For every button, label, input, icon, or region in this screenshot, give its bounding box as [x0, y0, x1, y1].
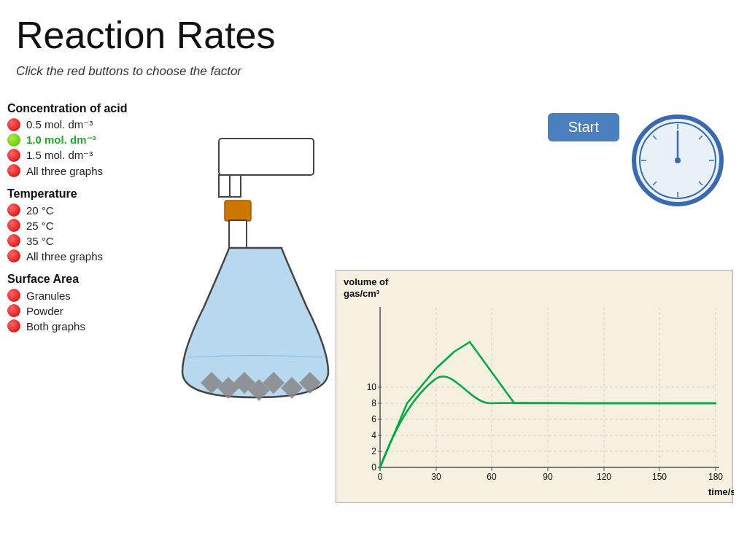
svg-text:30: 30 — [431, 472, 441, 482]
page-title: Reaction Rates — [16, 13, 276, 57]
svg-rect-16 — [229, 220, 247, 249]
option-label-conc-10: 1.0 mol. dm⁻³ — [26, 133, 96, 147]
radio-surf-both[interactable] — [7, 319, 20, 332]
option-label-conc-15: 1.5 mol. dm⁻³ — [26, 149, 93, 162]
svg-text:gas/cm³: gas/cm³ — [344, 288, 380, 299]
svg-text:2: 2 — [371, 446, 376, 456]
graph-area: volume of gas/cm³ — [336, 270, 733, 503]
surface-label: Surface Area — [7, 273, 182, 286]
radio-temp-25[interactable] — [7, 219, 20, 232]
svg-text:180: 180 — [708, 472, 723, 482]
temperature-label: Temperature — [7, 187, 182, 201]
radio-conc-10[interactable] — [7, 133, 20, 147]
start-button[interactable]: Start — [548, 113, 619, 141]
svg-rect-12 — [219, 139, 314, 175]
option-label-conc-05: 0.5 mol. dm⁻³ — [26, 118, 93, 131]
radio-conc-all[interactable] — [7, 164, 20, 177]
option-surf-gran[interactable]: Granules — [7, 289, 182, 302]
radio-conc-05[interactable] — [7, 118, 20, 131]
svg-text:120: 120 — [597, 472, 611, 482]
svg-rect-15 — [225, 201, 251, 221]
svg-text:150: 150 — [652, 472, 667, 482]
svg-text:8: 8 — [371, 398, 376, 408]
option-label-conc-all: All three graphs — [26, 165, 103, 177]
radio-temp-20[interactable] — [7, 203, 20, 217]
clock-display — [630, 113, 725, 208]
svg-text:0: 0 — [371, 462, 376, 472]
svg-text:60: 60 — [487, 472, 497, 482]
option-temp-all[interactable]: All three graphs — [7, 249, 182, 262]
option-label-surf-gran: Granules — [26, 289, 71, 302]
section-concentration: Concentration of acid 0.5 mol. dm⁻³ 1.0 … — [7, 102, 182, 177]
radio-temp-35[interactable] — [7, 234, 20, 247]
svg-point-11 — [675, 158, 681, 163]
option-label-surf-both: Both graphs — [26, 320, 85, 332]
option-label-temp-all: All three graphs — [26, 250, 103, 262]
svg-text:10: 10 — [367, 382, 377, 392]
subtitle: Click the red buttons to choose the fact… — [16, 64, 241, 79]
section-surface: Surface Area Granules Powder Both graphs — [7, 273, 182, 332]
option-conc-all[interactable]: All three graphs — [7, 164, 182, 177]
radio-conc-15[interactable] — [7, 149, 20, 162]
svg-text:volume of: volume of — [344, 276, 389, 287]
option-conc-10[interactable]: 1.0 mol. dm⁻³ — [7, 133, 182, 147]
radio-surf-gran[interactable] — [7, 289, 20, 302]
svg-text:6: 6 — [371, 414, 376, 424]
option-label-surf-pow: Powder — [26, 305, 63, 317]
option-temp-20[interactable]: 20 °C — [7, 203, 182, 217]
svg-text:0: 0 — [378, 472, 383, 482]
option-surf-both[interactable]: Both graphs — [7, 319, 182, 332]
svg-text:4: 4 — [371, 430, 376, 440]
option-label-temp-35: 35 °C — [26, 235, 54, 247]
radio-temp-all[interactable] — [7, 249, 20, 262]
option-label-temp-20: 20 °C — [26, 204, 54, 217]
svg-text:time/s: time/s — [708, 486, 734, 497]
option-surf-pow[interactable]: Powder — [7, 304, 182, 317]
svg-text:90: 90 — [543, 472, 553, 482]
concentration-label: Concentration of acid — [7, 102, 182, 115]
radio-surf-pow[interactable] — [7, 304, 20, 317]
option-conc-15[interactable]: 1.5 mol. dm⁻³ — [7, 149, 182, 162]
flask-illustration — [175, 131, 336, 408]
option-temp-25[interactable]: 25 °C — [7, 219, 182, 232]
option-temp-35[interactable]: 35 °C — [7, 234, 182, 247]
option-label-temp-25: 25 °C — [26, 219, 54, 232]
section-temperature: Temperature 20 °C 25 °C 35 °C All three … — [7, 187, 182, 262]
left-panel: Concentration of acid 0.5 mol. dm⁻³ 1.0 … — [7, 95, 182, 335]
option-conc-05[interactable]: 0.5 mol. dm⁻³ — [7, 118, 182, 131]
